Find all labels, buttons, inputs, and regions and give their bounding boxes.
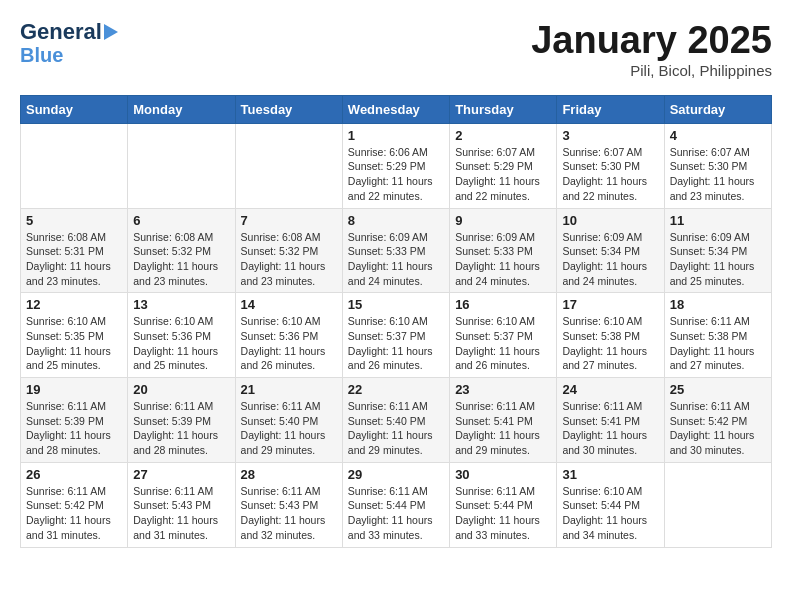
calendar-cell: 6Sunrise: 6:08 AMSunset: 5:32 PMDaylight… [128,208,235,293]
calendar-week-2: 5Sunrise: 6:08 AMSunset: 5:31 PMDaylight… [21,208,772,293]
calendar-cell: 28Sunrise: 6:11 AMSunset: 5:43 PMDayligh… [235,462,342,547]
day-info: Sunrise: 6:08 AMSunset: 5:31 PMDaylight:… [26,230,122,289]
day-info: Sunrise: 6:09 AMSunset: 5:33 PMDaylight:… [455,230,551,289]
day-number: 7 [241,213,337,228]
day-number: 18 [670,297,766,312]
calendar-cell [21,123,128,208]
day-number: 4 [670,128,766,143]
calendar-table: SundayMondayTuesdayWednesdayThursdayFrid… [20,95,772,548]
day-number: 16 [455,297,551,312]
column-header-friday: Friday [557,95,664,123]
calendar-cell: 3Sunrise: 6:07 AMSunset: 5:30 PMDaylight… [557,123,664,208]
day-number: 9 [455,213,551,228]
logo-arrow-icon [104,24,118,40]
day-number: 19 [26,382,122,397]
calendar-cell: 10Sunrise: 6:09 AMSunset: 5:34 PMDayligh… [557,208,664,293]
calendar-cell: 14Sunrise: 6:10 AMSunset: 5:36 PMDayligh… [235,293,342,378]
day-info: Sunrise: 6:07 AMSunset: 5:30 PMDaylight:… [670,145,766,204]
day-number: 5 [26,213,122,228]
day-info: Sunrise: 6:10 AMSunset: 5:37 PMDaylight:… [348,314,444,373]
calendar-cell [128,123,235,208]
day-info: Sunrise: 6:10 AMSunset: 5:38 PMDaylight:… [562,314,658,373]
calendar-cell: 17Sunrise: 6:10 AMSunset: 5:38 PMDayligh… [557,293,664,378]
day-number: 31 [562,467,658,482]
calendar-cell [235,123,342,208]
day-number: 13 [133,297,229,312]
calendar-cell: 11Sunrise: 6:09 AMSunset: 5:34 PMDayligh… [664,208,771,293]
day-number: 11 [670,213,766,228]
day-info: Sunrise: 6:11 AMSunset: 5:39 PMDaylight:… [133,399,229,458]
logo: General Blue [20,20,118,66]
calendar-cell: 26Sunrise: 6:11 AMSunset: 5:42 PMDayligh… [21,462,128,547]
calendar-cell: 9Sunrise: 6:09 AMSunset: 5:33 PMDaylight… [450,208,557,293]
calendar-cell: 30Sunrise: 6:11 AMSunset: 5:44 PMDayligh… [450,462,557,547]
day-info: Sunrise: 6:06 AMSunset: 5:29 PMDaylight:… [348,145,444,204]
calendar-header-row: SundayMondayTuesdayWednesdayThursdayFrid… [21,95,772,123]
day-info: Sunrise: 6:07 AMSunset: 5:29 PMDaylight:… [455,145,551,204]
logo-text: General [20,20,102,44]
calendar-cell: 2Sunrise: 6:07 AMSunset: 5:29 PMDaylight… [450,123,557,208]
day-info: Sunrise: 6:11 AMSunset: 5:44 PMDaylight:… [348,484,444,543]
day-number: 15 [348,297,444,312]
calendar-cell: 4Sunrise: 6:07 AMSunset: 5:30 PMDaylight… [664,123,771,208]
day-info: Sunrise: 6:11 AMSunset: 5:40 PMDaylight:… [241,399,337,458]
day-info: Sunrise: 6:07 AMSunset: 5:30 PMDaylight:… [562,145,658,204]
column-header-wednesday: Wednesday [342,95,449,123]
calendar-cell: 13Sunrise: 6:10 AMSunset: 5:36 PMDayligh… [128,293,235,378]
column-header-monday: Monday [128,95,235,123]
calendar-cell: 23Sunrise: 6:11 AMSunset: 5:41 PMDayligh… [450,378,557,463]
calendar-cell: 21Sunrise: 6:11 AMSunset: 5:40 PMDayligh… [235,378,342,463]
calendar-cell: 12Sunrise: 6:10 AMSunset: 5:35 PMDayligh… [21,293,128,378]
day-number: 3 [562,128,658,143]
day-number: 21 [241,382,337,397]
calendar-cell: 8Sunrise: 6:09 AMSunset: 5:33 PMDaylight… [342,208,449,293]
day-info: Sunrise: 6:10 AMSunset: 5:36 PMDaylight:… [133,314,229,373]
month-title: January 2025 [531,20,772,62]
calendar-cell: 24Sunrise: 6:11 AMSunset: 5:41 PMDayligh… [557,378,664,463]
calendar-week-1: 1Sunrise: 6:06 AMSunset: 5:29 PMDaylight… [21,123,772,208]
calendar-cell: 16Sunrise: 6:10 AMSunset: 5:37 PMDayligh… [450,293,557,378]
day-info: Sunrise: 6:09 AMSunset: 5:34 PMDaylight:… [562,230,658,289]
day-number: 2 [455,128,551,143]
calendar-cell: 18Sunrise: 6:11 AMSunset: 5:38 PMDayligh… [664,293,771,378]
day-number: 1 [348,128,444,143]
day-number: 6 [133,213,229,228]
calendar-cell: 1Sunrise: 6:06 AMSunset: 5:29 PMDaylight… [342,123,449,208]
calendar-cell: 19Sunrise: 6:11 AMSunset: 5:39 PMDayligh… [21,378,128,463]
day-number: 27 [133,467,229,482]
calendar-cell: 27Sunrise: 6:11 AMSunset: 5:43 PMDayligh… [128,462,235,547]
day-info: Sunrise: 6:11 AMSunset: 5:41 PMDaylight:… [562,399,658,458]
day-info: Sunrise: 6:11 AMSunset: 5:41 PMDaylight:… [455,399,551,458]
calendar-cell: 31Sunrise: 6:10 AMSunset: 5:44 PMDayligh… [557,462,664,547]
column-header-saturday: Saturday [664,95,771,123]
day-info: Sunrise: 6:11 AMSunset: 5:40 PMDaylight:… [348,399,444,458]
column-header-tuesday: Tuesday [235,95,342,123]
calendar-cell: 20Sunrise: 6:11 AMSunset: 5:39 PMDayligh… [128,378,235,463]
day-number: 28 [241,467,337,482]
day-number: 30 [455,467,551,482]
calendar-cell: 22Sunrise: 6:11 AMSunset: 5:40 PMDayligh… [342,378,449,463]
calendar-week-5: 26Sunrise: 6:11 AMSunset: 5:42 PMDayligh… [21,462,772,547]
day-info: Sunrise: 6:11 AMSunset: 5:42 PMDaylight:… [26,484,122,543]
calendar-cell: 25Sunrise: 6:11 AMSunset: 5:42 PMDayligh… [664,378,771,463]
day-info: Sunrise: 6:08 AMSunset: 5:32 PMDaylight:… [133,230,229,289]
day-info: Sunrise: 6:09 AMSunset: 5:33 PMDaylight:… [348,230,444,289]
day-info: Sunrise: 6:10 AMSunset: 5:36 PMDaylight:… [241,314,337,373]
day-number: 22 [348,382,444,397]
day-number: 24 [562,382,658,397]
calendar-cell [664,462,771,547]
day-info: Sunrise: 6:10 AMSunset: 5:37 PMDaylight:… [455,314,551,373]
day-number: 20 [133,382,229,397]
day-number: 14 [241,297,337,312]
title-section: January 2025 Pili, Bicol, Philippines [531,20,772,79]
day-number: 26 [26,467,122,482]
day-info: Sunrise: 6:11 AMSunset: 5:38 PMDaylight:… [670,314,766,373]
calendar-cell: 5Sunrise: 6:08 AMSunset: 5:31 PMDaylight… [21,208,128,293]
day-number: 29 [348,467,444,482]
day-number: 10 [562,213,658,228]
day-info: Sunrise: 6:08 AMSunset: 5:32 PMDaylight:… [241,230,337,289]
day-number: 17 [562,297,658,312]
day-info: Sunrise: 6:10 AMSunset: 5:44 PMDaylight:… [562,484,658,543]
day-info: Sunrise: 6:11 AMSunset: 5:44 PMDaylight:… [455,484,551,543]
page-header: General Blue January 2025 Pili, Bicol, P… [20,20,772,79]
